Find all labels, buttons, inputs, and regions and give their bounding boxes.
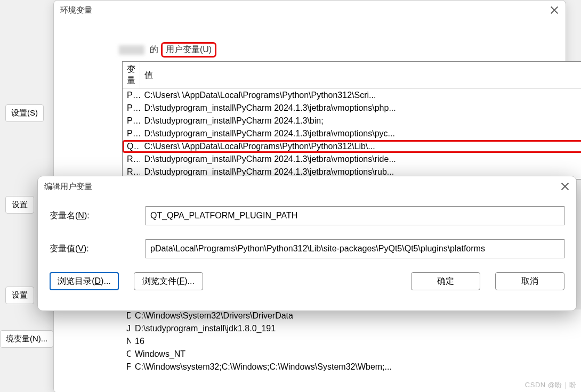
browse-dir-button[interactable]: 浏览目录(D)... — [50, 272, 119, 290]
settings-button-2[interactable]: 设置 — [5, 287, 34, 304]
window-title: 环境变量 — [60, 5, 92, 15]
edit-user-variable-dialog: 编辑用户变量 变量名(N): 变量值(V): 浏览目录(D)... 浏览文件(F… — [37, 176, 577, 311]
cancel-button[interactable]: 取消 — [495, 272, 564, 290]
settings-button-1[interactable]: 设置 — [5, 196, 34, 214]
close-icon[interactable] — [560, 182, 570, 191]
user-vars-section-label: 的 用户变量(U) — [119, 42, 216, 58]
table-row[interactable]: PYCHARM_VM_OPTIONSD:\studyprogram_instal… — [123, 127, 581, 140]
col-value[interactable]: 值 — [140, 62, 582, 89]
var-name-input[interactable] — [146, 206, 564, 225]
user-vars-table[interactable]: 变量 值 PathC:\Users\ \AppData\Local\Progra… — [122, 61, 581, 179]
close-icon[interactable] — [550, 5, 559, 15]
var-value-input[interactable] — [146, 239, 564, 258]
table-row[interactable]: RIDER_VM_OPTIONSD:\studyprogram_install\… — [123, 153, 581, 166]
var-name-label: 变量名(N): — [50, 210, 146, 222]
dialog-title: 编辑用户变量 — [44, 182, 92, 192]
user-vars-highlight: 用户变量(U) — [161, 42, 216, 58]
table-row[interactable]: QT_QPA_PLATFORM_PLUGI...C:\Users\ \AppDa… — [123, 140, 581, 153]
table-row[interactable]: OSWindows_NT — [122, 348, 581, 361]
system-vars-table[interactable]: DriverDataC:\Windows\System32\Drivers\Dr… — [122, 309, 581, 392]
table-row[interactable]: PathC:\Windows\system32;C:\Windows;C:\Wi… — [122, 361, 581, 373]
table-row[interactable]: NUMBER_OF_PROCESSORS16 — [122, 335, 581, 348]
browse-file-button[interactable]: 浏览文件(F)... — [134, 272, 203, 290]
env-vars-n-button[interactable]: 境变量(N)... — [0, 330, 53, 348]
table-row[interactable]: PyCharmD:\studyprogram_install\PyCharm 2… — [123, 115, 581, 127]
ok-button[interactable]: 确定 — [411, 272, 480, 290]
table-row[interactable]: PathC:\Users\ \AppData\Local\Programs\Py… — [123, 89, 581, 102]
settings-s-button[interactable]: 设置(S) — [5, 104, 44, 122]
username-blur — [119, 45, 144, 55]
table-row[interactable]: JAVA_HOMED:\studyprogram_install\jdk1.8.… — [122, 322, 581, 335]
var-value-label: 变量值(V): — [50, 243, 146, 255]
table-row[interactable]: DriverDataC:\Windows\System32\Drivers\Dr… — [122, 309, 581, 322]
col-variable[interactable]: 变量 — [123, 62, 140, 89]
table-row[interactable]: PHPSTORM_VM_OPTIONSD:\studyprogram_insta… — [123, 102, 581, 115]
